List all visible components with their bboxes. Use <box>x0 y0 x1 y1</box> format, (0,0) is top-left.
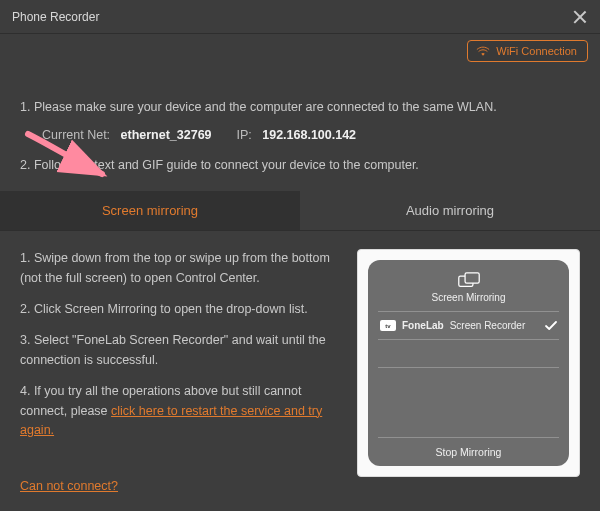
network-info-line: Current Net: ethernet_32769 IP: 192.168.… <box>20 124 580 148</box>
tab-screen-mirroring[interactable]: Screen mirroring <box>0 191 300 230</box>
wifi-connection-button[interactable]: WiFi Connection <box>467 40 588 62</box>
svg-rect-1 <box>465 273 479 283</box>
guide-step-1: 1. Swipe down from the top or swipe up f… <box>20 249 339 288</box>
ip-value: 192.168.100.142 <box>262 128 356 142</box>
phone-preview-panel: Screen Mirroring tv FoneLab Screen Recor… <box>357 249 580 477</box>
tabs: Screen mirroring Audio mirroring <box>0 191 600 231</box>
mirroring-target-row: tv FoneLab Screen Recorder <box>378 311 559 339</box>
current-net-value: ethernet_32769 <box>121 128 212 142</box>
title-bar: Phone Recorder <box>0 0 600 34</box>
guide-steps: 1. Swipe down from the top or swipe up f… <box>20 249 339 477</box>
tab-screen-mirroring-label: Screen mirroring <box>102 203 198 218</box>
guide-content: 1. Swipe down from the top or swipe up f… <box>0 231 600 477</box>
control-center-mock: Screen Mirroring tv FoneLab Screen Recor… <box>368 260 569 466</box>
checkmark-icon <box>545 321 557 331</box>
guide-step-3: 3. Select "FoneLab Screen Recorder" and … <box>20 331 339 370</box>
mirroring-row-empty <box>378 367 559 395</box>
mirroring-target-brand: FoneLab <box>402 320 444 331</box>
close-icon[interactable] <box>572 9 588 25</box>
tab-audio-mirroring-label: Audio mirroring <box>406 203 494 218</box>
instruction-step-2: 2. Follow the text and GIF guide to conn… <box>20 154 580 178</box>
cannot-connect-link[interactable]: Can not connect? <box>20 479 118 493</box>
instruction-step-1: 1. Please make sure your device and the … <box>20 96 580 120</box>
appletv-icon: tv <box>380 320 396 331</box>
guide-step-4: 4. If you try all the operations above b… <box>20 382 339 440</box>
wifi-icon <box>476 45 490 57</box>
tab-audio-mirroring[interactable]: Audio mirroring <box>300 191 600 230</box>
mirroring-target-name: Screen Recorder <box>450 320 526 331</box>
control-center-title: Screen Mirroring <box>378 292 559 303</box>
stop-mirroring-button: Stop Mirroring <box>378 437 559 458</box>
wifi-connection-label: WiFi Connection <box>496 45 577 57</box>
guide-step-2: 2. Click Screen Mirroring to open the dr… <box>20 300 339 319</box>
screen-mirroring-icon <box>458 272 480 288</box>
window-title: Phone Recorder <box>12 10 99 24</box>
current-net-label: Current Net: <box>42 128 110 142</box>
ip-label: IP: <box>237 128 252 142</box>
control-center-header: Screen Mirroring <box>378 272 559 303</box>
mirroring-row-empty <box>378 339 559 367</box>
